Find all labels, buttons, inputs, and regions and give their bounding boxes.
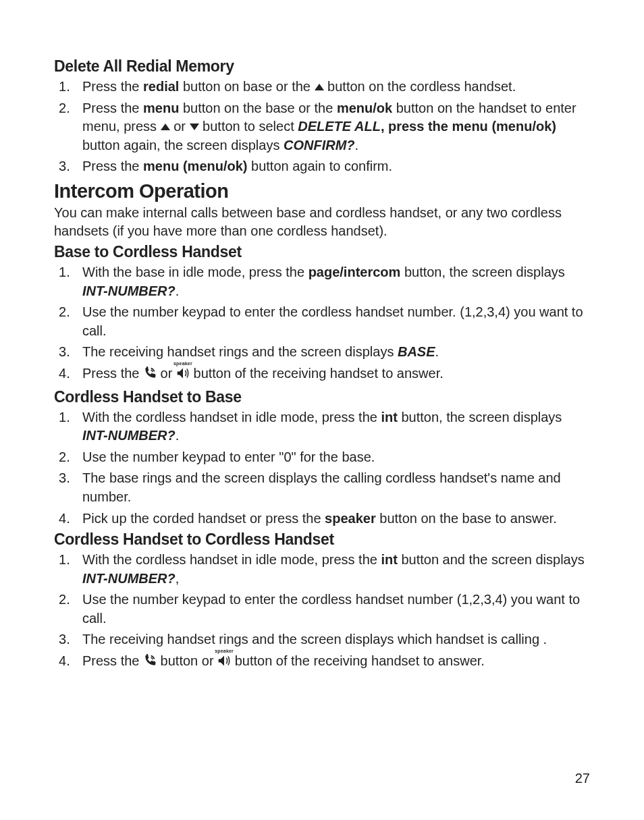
heading-handset-to-handset: Cordless Handset to Cordless Handset xyxy=(54,530,590,549)
list-item: With the cordless handset in idle mode, … xyxy=(82,551,590,588)
heading-delete-redial: Delete All Redial Memory xyxy=(54,57,590,76)
list-item: Use the number keypad to enter "0" for t… xyxy=(82,448,590,467)
up-arrow-icon xyxy=(161,124,170,130)
list-item: Press the or speaker button of the recei… xyxy=(82,364,590,385)
list-item: The receiving handset rings and the scre… xyxy=(82,630,590,649)
speaker-icon: speaker xyxy=(217,654,231,673)
heading-base-to-handset: Base to Cordless Handset xyxy=(54,243,590,261)
list-item: Press the redial button on base or the b… xyxy=(82,78,590,97)
steps-delete-redial: Press the redial button on base or the b… xyxy=(54,78,590,176)
intercom-intro: You can make internal calls between base… xyxy=(54,204,590,240)
steps-handset-to-base: With the cordless handset in idle mode, … xyxy=(54,408,590,528)
list-item: The receiving handset rings and the scre… xyxy=(82,343,590,362)
list-item: Press the menu button on the base or the… xyxy=(82,99,590,155)
heading-handset-to-base: Cordless Handset to Base xyxy=(54,388,590,406)
steps-handset-to-handset: With the cordless handset in idle mode, … xyxy=(54,551,590,673)
talk-icon xyxy=(143,654,157,673)
list-item: With the cordless handset in idle mode, … xyxy=(82,408,590,445)
up-arrow-icon xyxy=(315,84,324,90)
list-item: With the base in idle mode, press the pa… xyxy=(82,263,590,300)
manual-page: Delete All Redial Memory Press the redia… xyxy=(0,0,644,820)
list-item: The base rings and the screen displays t… xyxy=(82,469,590,506)
heading-intercom: Intercom Operation xyxy=(54,180,590,202)
page-number: 27 xyxy=(575,771,590,786)
speaker-icon: speaker xyxy=(176,366,190,385)
steps-base-to-handset: With the base in idle mode, press the pa… xyxy=(54,263,590,385)
down-arrow-icon xyxy=(190,124,199,130)
list-item: Pick up the corded handset or press the … xyxy=(82,510,590,528)
list-item: Press the menu (menu/ok) button again to… xyxy=(82,157,590,176)
talk-icon xyxy=(143,366,157,385)
list-item: Press the button or speaker button of th… xyxy=(82,652,590,673)
list-item: Use the number keypad to enter the cordl… xyxy=(82,303,590,340)
list-item: Use the number keypad to enter the cordl… xyxy=(82,591,590,628)
